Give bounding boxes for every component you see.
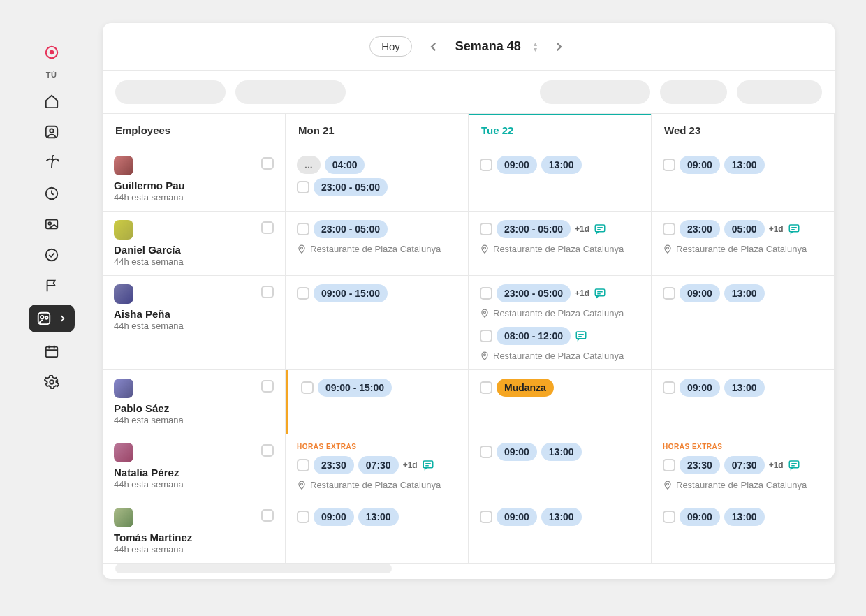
comment-icon[interactable] [788,459,800,471]
image-icon[interactable] [38,210,66,238]
shift-pill: 13:00 [541,156,582,174]
shift-checkbox[interactable] [480,159,492,171]
team-icon-active[interactable] [29,305,75,332]
palmtree-icon[interactable] [38,149,66,177]
shift-checkbox[interactable] [301,381,314,394]
shift-cell[interactable]: 09:00 - 15:00 [286,276,469,370]
shift-checkbox[interactable] [297,223,309,235]
comment-icon[interactable] [575,330,587,342]
svg-point-1 [49,50,53,54]
employee-name: Pablo Sáez [114,402,184,414]
employee-name: Guillermo Pau [114,179,185,191]
row-checkbox[interactable] [261,380,274,393]
employee-cell: Guillermo Pau 44h esta semana [103,147,286,212]
shift-pill: 23:00 - 05:00 [497,220,571,238]
toolbar-skeleton-5 [737,80,822,104]
gear-icon[interactable] [38,368,66,396]
shift-checkbox[interactable] [663,511,675,523]
shift-cell[interactable]: 09:00 13:00 [652,147,835,212]
shift-checkbox[interactable] [480,330,492,342]
shift-checkbox[interactable] [663,459,675,471]
shift-checkbox[interactable] [663,223,675,235]
shift-cell[interactable]: 09:00 - 15:00 [286,370,469,434]
horizontal-scrollbar[interactable] [103,558,835,579]
shift-checkbox[interactable] [297,287,309,300]
employee-hours: 44h esta semana [114,321,184,331]
row-checkbox[interactable] [261,286,274,298]
shift-cell[interactable]: ... 04:00 23:00 - 05:00 [286,147,469,212]
shift-checkbox[interactable] [663,159,675,171]
shift-pill: 13:00 [541,443,582,461]
row-checkbox[interactable] [261,221,274,234]
shift-checkbox[interactable] [480,223,492,235]
shift-cell[interactable]: Mudanza [469,370,652,434]
clock-icon[interactable] [38,179,66,207]
main-panel: Hoy Semana 48 ▴ ▾ Employees [103,23,835,579]
check-circle-icon[interactable] [38,241,66,269]
shift-cell[interactable]: 09:00 13:00 [652,276,835,370]
avatar [114,379,133,398]
shift-pill: 13:00 [724,508,765,526]
profile-icon[interactable] [38,38,66,66]
employee-cell: Tomás Martínez 44h esta semana [103,499,286,564]
employee-name: Aisha Peña [114,308,184,320]
svg-point-17 [667,247,669,249]
comment-icon[interactable] [422,459,434,471]
shift-checkbox[interactable] [663,287,675,300]
row-checkbox[interactable] [261,509,274,522]
shift-checkbox[interactable] [480,446,492,458]
sidebar: TÚ [0,0,103,616]
shift-cell[interactable]: 09:00 13:00 [652,370,835,434]
shift-checkbox[interactable] [663,381,675,394]
shift-cell[interactable]: 23:00 - 05:00 +1d Restaurante de Plaza C… [469,276,652,370]
shift-cell[interactable]: 23:00 - 05:00 +1d Restaurante de Plaza C… [469,212,652,276]
comment-icon[interactable] [788,223,800,235]
shift-checkbox[interactable] [297,459,309,471]
calendar-icon[interactable] [38,337,66,365]
week-stepper[interactable]: ▴ ▾ [534,41,537,52]
shift-checkbox[interactable] [480,287,492,300]
shift-pill: 08:00 - 12:00 [497,327,571,345]
shift-cell[interactable]: HORAS EXTRAS 23:30 07:30 +1d Restaurante… [286,434,469,499]
comment-icon[interactable] [594,223,606,235]
shift-checkbox[interactable] [480,511,492,523]
shift-cell[interactable]: 09:00 13:00 [469,434,652,499]
svg-point-10 [45,316,47,319]
flag-icon[interactable] [38,272,66,300]
shift-cell[interactable]: 09:00 13:00 [286,499,469,564]
shift-pill: 13:00 [724,379,765,397]
svg-point-15 [484,247,486,249]
svg-rect-22 [423,461,433,468]
svg-point-21 [484,353,486,355]
shift-cell[interactable]: 23:00 - 05:00 Restaurante de Plaza Catal… [286,212,469,276]
svg-rect-5 [45,220,57,229]
overtime-label: HORAS EXTRAS [297,443,457,450]
comment-icon[interactable] [594,287,606,300]
svg-point-13 [301,247,303,249]
shift-cell[interactable]: 09:00 13:00 [469,147,652,212]
shift-cell[interactable]: 09:00 13:00 [469,499,652,564]
shift-cell[interactable]: 23:00 05:00 +1d Restaurante de Plaza Cat… [652,212,835,276]
shift-pill: 13:00 [724,156,765,174]
overtime-label: HORAS EXTRAS [663,443,823,450]
shift-cell[interactable]: 09:00 13:00 [652,499,835,564]
svg-rect-16 [789,225,799,232]
shift-checkbox[interactable] [297,181,309,193]
shift-checkbox[interactable] [480,381,492,394]
home-icon[interactable] [38,87,66,115]
employee-hours: 44h esta semana [114,479,184,490]
employee-cell: Aisha Peña 44h esta semana [103,276,286,370]
row-checkbox[interactable] [261,157,274,170]
scrollbar-thumb[interactable] [115,564,392,573]
user-square-icon[interactable] [38,118,66,146]
location-label: Restaurante de Plaza Catalunya [310,480,441,490]
shift-cell[interactable]: HORAS EXTRAS 23:30 07:30 +1d Restaurante… [652,434,835,499]
location-label: Restaurante de Plaza Catalunya [676,480,807,490]
svg-rect-18 [595,289,605,296]
shift-checkbox[interactable] [297,511,309,523]
location-label: Restaurante de Plaza Catalunya [310,244,441,254]
next-week-button[interactable] [550,38,568,56]
prev-week-button[interactable] [425,38,443,56]
today-button[interactable]: Hoy [369,36,412,57]
row-checkbox[interactable] [261,444,274,457]
